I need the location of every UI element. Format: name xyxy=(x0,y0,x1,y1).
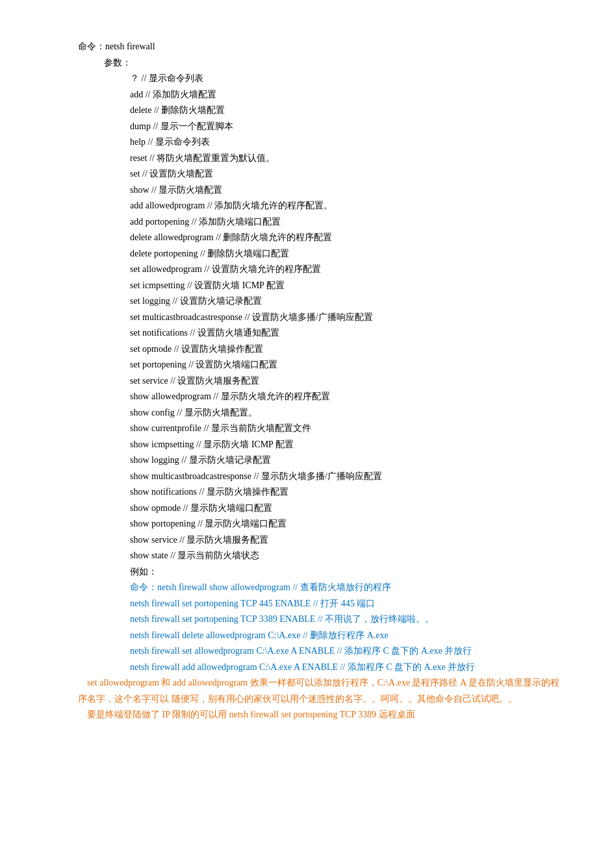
line-set: set // 设置防火墙配置 xyxy=(78,166,562,182)
line-show-notif: show notifications // 显示防火墙操作配置 xyxy=(78,484,562,501)
line-command-title: 命令：netsh firewall xyxy=(78,39,562,55)
line-add-allowed: add allowedprogram // 添加防火墙允许的程序配置。 xyxy=(78,198,562,214)
line-ex-set-allowed: netsh firewall set allowedprogram C:\A.e… xyxy=(78,643,562,660)
line-question: ？ // 显示命令列表 xyxy=(78,71,562,87)
line-ex-port-3389: netsh firewall set portopening TCP 3389 … xyxy=(78,612,562,628)
line-ex-delete-allowed: netsh firewall delete allowedprogram C:\… xyxy=(78,628,562,644)
main-content: 命令：netsh firewall 参数： ？ // 显示命令列表 add //… xyxy=(78,39,562,723)
line-show: show // 显示防火墙配置 xyxy=(78,182,562,199)
line-reset: reset // 将防火墙配置重置为默认值。 xyxy=(78,151,562,167)
line-show-opmode: show opmode // 显示防火墙端口配置 xyxy=(78,501,562,517)
line-show-config: show config // 显示防火墙配置。 xyxy=(78,405,562,421)
line-ex-port-445: netsh firewall set portopening TCP 445 E… xyxy=(78,596,562,612)
line-set-allowed: set allowedprogram // 设置防火墙允许的程序配置 xyxy=(78,262,562,278)
line-set-notif: set notifications // 设置防火墙通知配置 xyxy=(78,325,562,341)
line-set-service: set service // 设置防火墙服务配置 xyxy=(78,373,562,390)
line-show-icmp: show icmpsetting // 显示防火墙 ICMP 配置 xyxy=(78,437,562,453)
line-example-label: 例如： xyxy=(78,564,562,580)
line-add-port: add portopening // 添加防火墙端口配置 xyxy=(78,214,562,230)
line-rdp-note: 要是终端登陆做了 IP 限制的可以用 netsh firewall set po… xyxy=(78,707,562,723)
line-explanation: set allowedprogram 和 add allowedprogram … xyxy=(78,675,562,707)
line-show-current: show currentprofile // 显示当前防火墙配置文件 xyxy=(78,421,562,437)
line-show-state: show state // 显示当前防火墙状态 xyxy=(78,548,562,564)
line-del-port: delete portopening // 删除防火墙端口配置 xyxy=(78,246,562,262)
line-params: 参数： xyxy=(78,55,562,71)
line-help: help // 显示命令列表 xyxy=(78,134,562,151)
line-set-opmode: set opmode // 设置防火墙操作配置 xyxy=(78,341,562,358)
line-add: add // 添加防火墙配置 xyxy=(78,87,562,103)
line-delete: delete // 删除防火墙配置 xyxy=(78,103,562,119)
line-dump: dump // 显示一个配置脚本 xyxy=(78,119,562,135)
line-show-service: show service // 显示防火墙服务配置 xyxy=(78,532,562,549)
line-ex-show-allowed: 命令：netsh firewall show allowedprogram //… xyxy=(78,580,562,596)
line-ex-add-allowed: netsh firewall add allowedprogram C:\A.e… xyxy=(78,660,562,676)
line-del-allowed: delete allowedprogram // 删除防火墙允许的程序配置 xyxy=(78,230,562,246)
line-set-multicast: set multicastbroadcastresponse // 设置防火墙多… xyxy=(78,310,562,326)
line-show-logging: show logging // 显示防火墙记录配置 xyxy=(78,453,562,469)
line-set-portopen: set portopening // 设置防火墙端口配置 xyxy=(78,357,562,373)
line-show-multicast: show multicastbroadcastresponse // 显示防火墙… xyxy=(78,469,562,485)
line-set-logging: set logging // 设置防火墙记录配置 xyxy=(78,293,562,310)
line-show-portopen: show portopening // 显示防火墙端口配置 xyxy=(78,516,562,532)
line-set-icmp: set icmpsetting // 设置防火墙 ICMP 配置 xyxy=(78,278,562,294)
line-show-allowed: show allowedprogram // 显示防火墙允许的程序配置 xyxy=(78,389,562,405)
